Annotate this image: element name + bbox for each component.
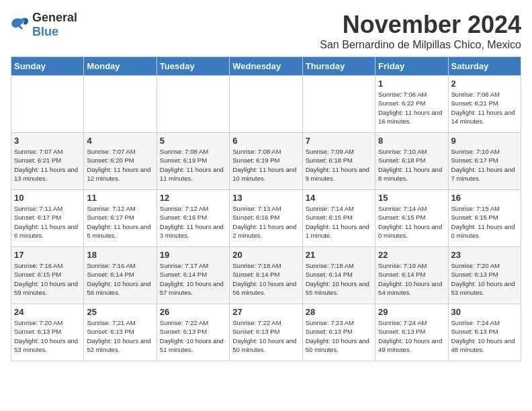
day-number: 12: [160, 193, 226, 203]
day-number: 19: [160, 250, 226, 260]
cell-info: Sunrise: 7:23 AM Sunset: 6:13 PM Dayligh…: [306, 318, 372, 354]
logo-text: General Blue: [32, 11, 77, 39]
calendar-cell: 18Sunrise: 7:16 AM Sunset: 6:14 PM Dayli…: [84, 247, 157, 304]
calendar-cell: 5Sunrise: 7:08 AM Sunset: 6:19 PM Daylig…: [157, 133, 229, 190]
calendar-cell: 3Sunrise: 7:07 AM Sunset: 6:21 PM Daylig…: [11, 133, 84, 190]
calendar-cell: 28Sunrise: 7:23 AM Sunset: 6:13 PM Dayli…: [302, 304, 375, 361]
cell-info: Sunrise: 7:11 AM Sunset: 6:17 PM Dayligh…: [14, 204, 81, 240]
calendar-cell: [230, 76, 302, 133]
day-number: 9: [451, 136, 518, 146]
cell-info: Sunrise: 7:06 AM Sunset: 6:21 PM Dayligh…: [451, 90, 518, 126]
calendar-cell: 12Sunrise: 7:12 AM Sunset: 6:16 PM Dayli…: [157, 190, 229, 247]
day-number: 30: [451, 307, 518, 317]
header-tuesday: Tuesday: [157, 57, 229, 76]
header-friday: Friday: [375, 57, 448, 76]
cell-info: Sunrise: 7:17 AM Sunset: 6:14 PM Dayligh…: [160, 261, 226, 297]
day-number: 22: [378, 250, 445, 260]
day-number: 23: [451, 250, 518, 260]
calendar-cell: [11, 76, 84, 133]
header-saturday: Saturday: [448, 57, 521, 76]
day-number: 10: [14, 193, 81, 203]
cell-info: Sunrise: 7:16 AM Sunset: 6:14 PM Dayligh…: [87, 261, 153, 297]
day-number: 13: [232, 193, 299, 203]
header-sunday: Sunday: [11, 57, 84, 76]
cell-info: Sunrise: 7:12 AM Sunset: 6:16 PM Dayligh…: [160, 204, 226, 240]
calendar-cell: 4Sunrise: 7:07 AM Sunset: 6:20 PM Daylig…: [84, 133, 157, 190]
day-number: 4: [87, 136, 153, 146]
header-wednesday: Wednesday: [230, 57, 302, 76]
calendar-week-1: 1Sunrise: 7:06 AM Sunset: 6:22 PM Daylig…: [11, 76, 521, 133]
location-subtitle: San Bernardino de Milpillas Chico, Mexic…: [320, 39, 521, 51]
day-number: 15: [378, 193, 445, 203]
calendar-week-2: 3Sunrise: 7:07 AM Sunset: 6:21 PM Daylig…: [11, 133, 521, 190]
cell-info: Sunrise: 7:16 AM Sunset: 6:15 PM Dayligh…: [14, 261, 81, 297]
calendar-cell: 30Sunrise: 7:24 AM Sunset: 6:13 PM Dayli…: [448, 304, 521, 361]
cell-info: Sunrise: 7:15 AM Sunset: 6:15 PM Dayligh…: [451, 204, 518, 240]
calendar-cell: 23Sunrise: 7:20 AM Sunset: 6:13 PM Dayli…: [448, 247, 521, 304]
day-number: 6: [232, 136, 299, 146]
cell-info: Sunrise: 7:14 AM Sunset: 6:15 PM Dayligh…: [378, 204, 445, 240]
calendar-header-row: SundayMondayTuesdayWednesdayThursdayFrid…: [11, 57, 521, 76]
calendar-cell: 1Sunrise: 7:06 AM Sunset: 6:22 PM Daylig…: [375, 76, 448, 133]
day-number: 16: [451, 193, 518, 203]
month-title: November 2024: [320, 11, 521, 39]
calendar-cell: 17Sunrise: 7:16 AM Sunset: 6:15 PM Dayli…: [11, 247, 84, 304]
calendar-cell: 10Sunrise: 7:11 AM Sunset: 6:17 PM Dayli…: [11, 190, 84, 247]
page-header: General Blue November 2024 San Bernardin…: [11, 11, 521, 51]
cell-info: Sunrise: 7:06 AM Sunset: 6:22 PM Dayligh…: [378, 90, 445, 126]
cell-info: Sunrise: 7:24 AM Sunset: 6:13 PM Dayligh…: [378, 318, 445, 354]
day-number: 20: [232, 250, 299, 260]
calendar-cell: 20Sunrise: 7:18 AM Sunset: 6:14 PM Dayli…: [230, 247, 302, 304]
day-number: 3: [14, 136, 81, 146]
cell-info: Sunrise: 7:20 AM Sunset: 6:13 PM Dayligh…: [14, 318, 81, 354]
day-number: 21: [306, 250, 372, 260]
cell-info: Sunrise: 7:10 AM Sunset: 6:18 PM Dayligh…: [378, 147, 445, 183]
day-number: 14: [306, 193, 372, 203]
header-thursday: Thursday: [302, 57, 375, 76]
calendar-cell: 6Sunrise: 7:08 AM Sunset: 6:19 PM Daylig…: [230, 133, 302, 190]
cell-info: Sunrise: 7:09 AM Sunset: 6:18 PM Dayligh…: [306, 147, 372, 183]
calendar-cell: 21Sunrise: 7:18 AM Sunset: 6:14 PM Dayli…: [302, 247, 375, 304]
cell-info: Sunrise: 7:10 AM Sunset: 6:17 PM Dayligh…: [451, 147, 518, 183]
cell-info: Sunrise: 7:08 AM Sunset: 6:19 PM Dayligh…: [160, 147, 226, 183]
cell-info: Sunrise: 7:22 AM Sunset: 6:13 PM Dayligh…: [160, 318, 226, 354]
day-number: 25: [87, 307, 153, 317]
calendar-week-3: 10Sunrise: 7:11 AM Sunset: 6:17 PM Dayli…: [11, 190, 521, 247]
day-number: 5: [160, 136, 226, 146]
cell-info: Sunrise: 7:18 AM Sunset: 6:14 PM Dayligh…: [306, 261, 372, 297]
calendar-cell: 24Sunrise: 7:20 AM Sunset: 6:13 PM Dayli…: [11, 304, 84, 361]
cell-info: Sunrise: 7:13 AM Sunset: 6:16 PM Dayligh…: [232, 204, 299, 240]
day-number: 26: [160, 307, 226, 317]
calendar-cell: 27Sunrise: 7:22 AM Sunset: 6:13 PM Dayli…: [230, 304, 302, 361]
calendar-cell: 9Sunrise: 7:10 AM Sunset: 6:17 PM Daylig…: [448, 133, 521, 190]
calendar-cell: 2Sunrise: 7:06 AM Sunset: 6:21 PM Daylig…: [448, 76, 521, 133]
title-section: November 2024 San Bernardino de Milpilla…: [320, 11, 521, 51]
calendar-cell: 13Sunrise: 7:13 AM Sunset: 6:16 PM Dayli…: [230, 190, 302, 247]
cell-info: Sunrise: 7:24 AM Sunset: 6:13 PM Dayligh…: [451, 318, 518, 354]
day-number: 17: [14, 250, 81, 260]
cell-info: Sunrise: 7:18 AM Sunset: 6:14 PM Dayligh…: [232, 261, 299, 297]
day-number: 24: [14, 307, 81, 317]
logo-blue: Blue: [32, 25, 58, 38]
calendar-cell: [302, 76, 375, 133]
calendar-cell: 8Sunrise: 7:10 AM Sunset: 6:18 PM Daylig…: [375, 133, 448, 190]
calendar-cell: 15Sunrise: 7:14 AM Sunset: 6:15 PM Dayli…: [375, 190, 448, 247]
cell-info: Sunrise: 7:08 AM Sunset: 6:19 PM Dayligh…: [232, 147, 299, 183]
calendar-cell: [84, 76, 157, 133]
calendar-week-5: 24Sunrise: 7:20 AM Sunset: 6:13 PM Dayli…: [11, 304, 521, 361]
day-number: 2: [451, 79, 518, 89]
day-number: 27: [232, 307, 299, 317]
header-monday: Monday: [84, 57, 157, 76]
day-number: 29: [378, 307, 445, 317]
logo-bird-icon: [11, 17, 30, 32]
cell-info: Sunrise: 7:21 AM Sunset: 6:13 PM Dayligh…: [87, 318, 153, 354]
calendar-cell: 29Sunrise: 7:24 AM Sunset: 6:13 PM Dayli…: [375, 304, 448, 361]
calendar-table: SundayMondayTuesdayWednesdayThursdayFrid…: [11, 56, 521, 361]
calendar-cell: 14Sunrise: 7:14 AM Sunset: 6:15 PM Dayli…: [302, 190, 375, 247]
cell-info: Sunrise: 7:20 AM Sunset: 6:13 PM Dayligh…: [451, 261, 518, 297]
day-number: 28: [306, 307, 372, 317]
cell-info: Sunrise: 7:19 AM Sunset: 6:14 PM Dayligh…: [378, 261, 445, 297]
calendar-cell: 25Sunrise: 7:21 AM Sunset: 6:13 PM Dayli…: [84, 304, 157, 361]
calendar-cell: 7Sunrise: 7:09 AM Sunset: 6:18 PM Daylig…: [302, 133, 375, 190]
day-number: 8: [378, 136, 445, 146]
